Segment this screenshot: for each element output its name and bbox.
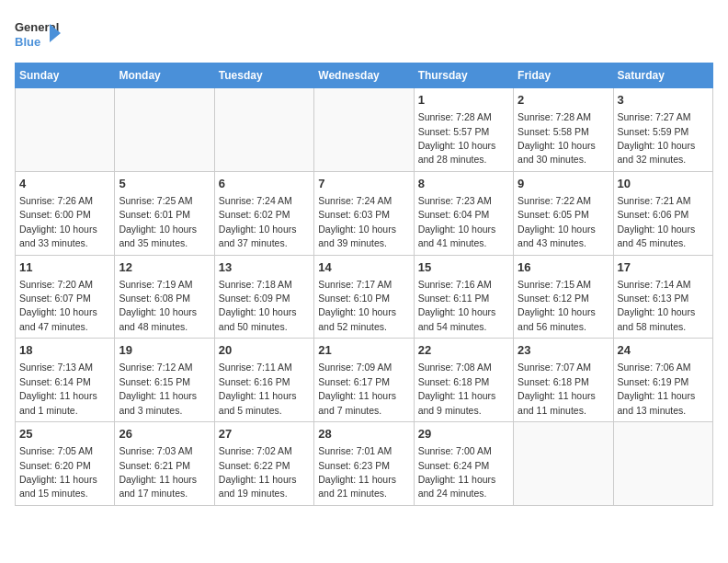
day-info: Sunrise: 7:01 AM Sunset: 6:23 PM Dayligh… <box>318 445 396 499</box>
day-cell-22: 22Sunrise: 7:08 AM Sunset: 6:18 PM Dayli… <box>414 339 513 422</box>
day-info: Sunrise: 7:09 AM Sunset: 6:17 PM Dayligh… <box>318 362 396 415</box>
days-header-row: SundayMondayTuesdayWednesdayThursdayFrid… <box>16 63 713 88</box>
day-number: 1 <box>418 92 509 109</box>
day-number: 18 <box>19 342 110 359</box>
day-cell-15: 15Sunrise: 7:16 AM Sunset: 6:11 PM Dayli… <box>414 255 513 339</box>
day-number: 5 <box>119 176 210 192</box>
day-cell-28: 28Sunrise: 7:01 AM Sunset: 6:23 PM Dayli… <box>314 422 414 506</box>
day-info: Sunrise: 7:18 AM Sunset: 6:09 PM Dayligh… <box>219 279 297 332</box>
day-header-sunday: Sunday <box>16 63 115 88</box>
day-number: 16 <box>518 259 609 276</box>
day-number: 4 <box>19 176 110 192</box>
day-cell-9: 9Sunrise: 7:22 AM Sunset: 6:05 PM Daylig… <box>514 171 613 255</box>
day-number: 3 <box>618 92 709 109</box>
day-cell-20: 20Sunrise: 7:11 AM Sunset: 6:16 PM Dayli… <box>214 339 313 422</box>
empty-cell <box>613 422 712 506</box>
day-info: Sunrise: 7:08 AM Sunset: 6:18 PM Dayligh… <box>418 362 496 415</box>
week-row-5: 25Sunrise: 7:05 AM Sunset: 6:20 PM Dayli… <box>16 422 713 506</box>
day-info: Sunrise: 7:28 AM Sunset: 5:58 PM Dayligh… <box>518 111 596 165</box>
header: General Blue <box>15 15 713 55</box>
day-info: Sunrise: 7:27 AM Sunset: 5:59 PM Dayligh… <box>618 111 696 165</box>
day-info: Sunrise: 7:24 AM Sunset: 6:03 PM Dayligh… <box>318 195 396 248</box>
svg-text:Blue: Blue <box>15 35 40 49</box>
day-cell-7: 7Sunrise: 7:24 AM Sunset: 6:03 PM Daylig… <box>314 171 414 255</box>
day-header-wednesday: Wednesday <box>314 63 414 88</box>
day-cell-17: 17Sunrise: 7:14 AM Sunset: 6:13 PM Dayli… <box>613 255 712 339</box>
day-number: 7 <box>318 176 409 192</box>
day-info: Sunrise: 7:23 AM Sunset: 6:04 PM Dayligh… <box>418 195 496 248</box>
day-info: Sunrise: 7:25 AM Sunset: 6:01 PM Dayligh… <box>119 195 197 248</box>
day-info: Sunrise: 7:05 AM Sunset: 6:20 PM Dayligh… <box>19 445 97 499</box>
day-info: Sunrise: 7:00 AM Sunset: 6:24 PM Dayligh… <box>418 445 496 499</box>
day-info: Sunrise: 7:03 AM Sunset: 6:21 PM Dayligh… <box>119 445 197 499</box>
day-header-friday: Friday <box>514 63 613 88</box>
day-number: 27 <box>219 426 310 442</box>
day-cell-24: 24Sunrise: 7:06 AM Sunset: 6:19 PM Dayli… <box>613 339 712 422</box>
day-info: Sunrise: 7:19 AM Sunset: 6:08 PM Dayligh… <box>119 279 197 332</box>
day-number: 15 <box>418 259 509 276</box>
day-cell-8: 8Sunrise: 7:23 AM Sunset: 6:04 PM Daylig… <box>414 171 513 255</box>
empty-cell <box>115 88 214 172</box>
day-number: 22 <box>418 342 509 359</box>
day-number: 26 <box>119 426 210 442</box>
day-number: 8 <box>418 176 509 192</box>
day-cell-21: 21Sunrise: 7:09 AM Sunset: 6:17 PM Dayli… <box>314 339 414 422</box>
week-row-3: 11Sunrise: 7:20 AM Sunset: 6:07 PM Dayli… <box>16 255 713 339</box>
day-number: 9 <box>518 176 609 192</box>
day-number: 10 <box>618 176 709 192</box>
day-header-saturday: Saturday <box>613 63 712 88</box>
day-cell-27: 27Sunrise: 7:02 AM Sunset: 6:22 PM Dayli… <box>214 422 313 506</box>
empty-cell <box>314 88 414 172</box>
day-cell-16: 16Sunrise: 7:15 AM Sunset: 6:12 PM Dayli… <box>514 255 613 339</box>
day-info: Sunrise: 7:28 AM Sunset: 5:57 PM Dayligh… <box>418 111 496 165</box>
day-info: Sunrise: 7:02 AM Sunset: 6:22 PM Dayligh… <box>219 445 297 499</box>
day-info: Sunrise: 7:16 AM Sunset: 6:11 PM Dayligh… <box>418 279 496 332</box>
week-row-4: 18Sunrise: 7:13 AM Sunset: 6:14 PM Dayli… <box>16 339 713 422</box>
logo: General Blue <box>15 15 61 55</box>
day-number: 19 <box>119 342 210 359</box>
day-cell-14: 14Sunrise: 7:17 AM Sunset: 6:10 PM Dayli… <box>314 255 414 339</box>
day-cell-10: 10Sunrise: 7:21 AM Sunset: 6:06 PM Dayli… <box>613 171 712 255</box>
day-number: 13 <box>219 259 310 276</box>
day-cell-23: 23Sunrise: 7:07 AM Sunset: 6:18 PM Dayli… <box>514 339 613 422</box>
empty-cell <box>214 88 313 172</box>
day-cell-18: 18Sunrise: 7:13 AM Sunset: 6:14 PM Dayli… <box>16 339 115 422</box>
day-info: Sunrise: 7:07 AM Sunset: 6:18 PM Dayligh… <box>518 362 596 415</box>
day-cell-13: 13Sunrise: 7:18 AM Sunset: 6:09 PM Dayli… <box>214 255 313 339</box>
empty-cell <box>16 88 115 172</box>
day-number: 28 <box>318 426 409 442</box>
day-cell-5: 5Sunrise: 7:25 AM Sunset: 6:01 PM Daylig… <box>115 171 214 255</box>
logo-icon: General Blue <box>15 15 61 55</box>
day-cell-29: 29Sunrise: 7:00 AM Sunset: 6:24 PM Dayli… <box>414 422 513 506</box>
day-cell-6: 6Sunrise: 7:24 AM Sunset: 6:02 PM Daylig… <box>214 171 313 255</box>
day-info: Sunrise: 7:24 AM Sunset: 6:02 PM Dayligh… <box>219 195 297 248</box>
day-info: Sunrise: 7:06 AM Sunset: 6:19 PM Dayligh… <box>618 362 696 415</box>
day-cell-25: 25Sunrise: 7:05 AM Sunset: 6:20 PM Dayli… <box>16 422 115 506</box>
day-number: 6 <box>219 176 310 192</box>
day-number: 23 <box>518 342 609 359</box>
day-info: Sunrise: 7:12 AM Sunset: 6:15 PM Dayligh… <box>119 362 197 415</box>
day-info: Sunrise: 7:14 AM Sunset: 6:13 PM Dayligh… <box>618 279 696 332</box>
day-cell-11: 11Sunrise: 7:20 AM Sunset: 6:07 PM Dayli… <box>16 255 115 339</box>
day-header-tuesday: Tuesday <box>214 63 313 88</box>
day-cell-1: 1Sunrise: 7:28 AM Sunset: 5:57 PM Daylig… <box>414 88 513 172</box>
day-cell-3: 3Sunrise: 7:27 AM Sunset: 5:59 PM Daylig… <box>613 88 712 172</box>
day-number: 2 <box>518 92 609 109</box>
day-header-thursday: Thursday <box>414 63 513 88</box>
day-number: 29 <box>418 426 509 442</box>
day-info: Sunrise: 7:26 AM Sunset: 6:00 PM Dayligh… <box>19 195 97 248</box>
day-number: 17 <box>618 259 709 276</box>
week-row-2: 4Sunrise: 7:26 AM Sunset: 6:00 PM Daylig… <box>16 171 713 255</box>
day-cell-4: 4Sunrise: 7:26 AM Sunset: 6:00 PM Daylig… <box>16 171 115 255</box>
calendar-table: SundayMondayTuesdayWednesdayThursdayFrid… <box>15 63 713 506</box>
day-cell-2: 2Sunrise: 7:28 AM Sunset: 5:58 PM Daylig… <box>514 88 613 172</box>
day-number: 11 <box>19 259 110 276</box>
day-cell-12: 12Sunrise: 7:19 AM Sunset: 6:08 PM Dayli… <box>115 255 214 339</box>
day-cell-26: 26Sunrise: 7:03 AM Sunset: 6:21 PM Dayli… <box>115 422 214 506</box>
day-number: 14 <box>318 259 409 276</box>
day-info: Sunrise: 7:17 AM Sunset: 6:10 PM Dayligh… <box>318 279 396 332</box>
day-number: 24 <box>618 342 709 359</box>
day-info: Sunrise: 7:11 AM Sunset: 6:16 PM Dayligh… <box>219 362 297 415</box>
day-number: 12 <box>119 259 210 276</box>
day-cell-19: 19Sunrise: 7:12 AM Sunset: 6:15 PM Dayli… <box>115 339 214 422</box>
